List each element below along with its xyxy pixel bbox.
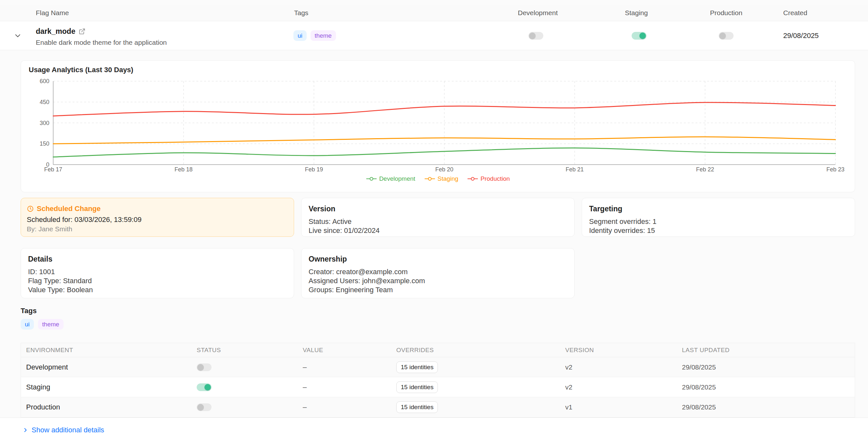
show-additional-details-label: Show additional details: [32, 426, 104, 434]
scheduled-change-header: Scheduled Change: [27, 205, 101, 213]
env-name: Staging: [26, 383, 50, 392]
version-card-title: Version: [309, 205, 567, 213]
legend-label: Development: [379, 175, 415, 182]
env-col-value: VALUE: [303, 347, 323, 354]
flag-row-dark-mode[interactable]: dark_mode Enable dark mode theme for the…: [0, 21, 868, 50]
scheduled-by-text: By: Jane Smith: [27, 225, 72, 233]
identity-overrides: Identity overrides: 15: [589, 226, 848, 235]
overrides-badge[interactable]: 15 identities: [396, 381, 438, 393]
overrides-badge[interactable]: 15 identities: [396, 401, 438, 413]
flag-table-header: Flag Name Tags Development Staging Produ…: [0, 4, 868, 21]
ownership-card: Ownership Creator: creator@example.com A…: [301, 248, 575, 298]
col-header-development: Development: [518, 9, 558, 17]
targeting-card: Targeting Segment overrides: 1 Identity …: [582, 198, 855, 237]
y-tick-label: 450: [40, 99, 49, 105]
creator: Creator: creator@example.com: [309, 267, 567, 276]
col-header-flag-name: Flag Name: [36, 9, 69, 17]
usage-chart: 0150300450600Feb 17Feb 18Feb 19Feb 20Feb…: [26, 79, 848, 175]
chart-title: Usage Analytics (Last 30 Days): [29, 66, 133, 74]
col-header-production: Production: [710, 9, 742, 17]
assigned-users: Assigned Users: john@example.com: [309, 276, 567, 285]
x-tick-label: Feb 23: [827, 166, 844, 173]
environments-table-header: ENVIRONMENT STATUS VALUE OVERRIDES VERSI…: [21, 343, 855, 357]
tag-ui: ui: [293, 30, 307, 41]
x-tick-label: Feb 20: [435, 166, 453, 173]
legend-item-production[interactable]: Production: [467, 175, 510, 182]
x-tick-label: Feb 21: [565, 166, 584, 173]
env-value: –: [303, 403, 307, 411]
tag-ui: ui: [21, 319, 34, 330]
tag-theme: theme: [38, 319, 64, 330]
version-status: Status: Active: [309, 217, 567, 226]
toggle-thumb: [529, 33, 535, 39]
legend-marker-icon: [467, 176, 478, 181]
show-additional-details-link[interactable]: Show additional details: [22, 426, 104, 434]
tag-theme: theme: [311, 30, 336, 41]
usage-chart-svg: 0150300450600Feb 17Feb 18Feb 19Feb 20Feb…: [26, 79, 848, 175]
targeting-card-title: Targeting: [589, 205, 848, 213]
env-last-updated: 29/08/2025: [682, 383, 716, 391]
col-header-staging: Staging: [625, 9, 648, 17]
legend-marker-icon: [424, 176, 435, 181]
col-header-tags: Tags: [294, 9, 308, 17]
external-link-icon[interactable]: [79, 28, 86, 35]
scheduled-change-card: Scheduled Change Scheduled for: 03/03/20…: [21, 198, 294, 237]
tags-section-pills: ui theme: [21, 319, 64, 330]
overrides-badge[interactable]: 15 identities: [396, 362, 438, 373]
env-last-updated: 29/08/2025: [682, 363, 716, 371]
env-version: v1: [565, 403, 572, 411]
scheduled-change-title: Scheduled Change: [37, 205, 101, 213]
y-tick-label: 300: [40, 120, 49, 126]
scheduled-for-text: Scheduled for: 03/03/2026, 13:59:09: [27, 215, 142, 224]
legend-marker-icon: [366, 176, 377, 181]
details-card: Details ID: 1001 Flag Type: Standard Val…: [21, 248, 294, 298]
env-row-development: Development – 15 identities v2 29/08/202…: [21, 357, 855, 377]
toggle-development[interactable]: [528, 32, 543, 40]
env-toggle-development[interactable]: [197, 363, 212, 371]
legend-item-staging[interactable]: Staging: [424, 175, 458, 182]
env-toggle-production[interactable]: [197, 403, 212, 411]
version-live-since: Live since: 01/02/2024: [309, 226, 567, 235]
env-name: Production: [26, 403, 60, 411]
y-tick-label: 600: [40, 79, 49, 84]
flag-description: Enable dark mode theme for the applicati…: [36, 39, 167, 46]
chevron-right-icon: [22, 427, 29, 433]
groups: Groups: Engineering Team: [309, 285, 567, 295]
flag-row-tags: ui theme: [293, 30, 336, 41]
env-name: Development: [26, 363, 68, 371]
toggle-thumb: [197, 404, 204, 410]
y-tick-label: 150: [40, 140, 49, 147]
environments-table: ENVIRONMENT STATUS VALUE OVERRIDES VERSI…: [21, 343, 855, 417]
clock-icon: [27, 205, 34, 212]
env-toggle-staging[interactable]: [197, 383, 212, 391]
toggle-thumb: [719, 33, 726, 39]
tags-section-title: Tags: [21, 307, 37, 315]
collapse-chevron-icon[interactable]: [13, 32, 22, 40]
flag-id: ID: 1001: [28, 267, 287, 276]
ownership-card-title: Ownership: [309, 255, 567, 264]
legend-item-development[interactable]: Development: [366, 175, 415, 182]
chart-legend: DevelopmentStagingProduction: [21, 175, 855, 182]
flag-name[interactable]: dark_mode: [36, 27, 75, 36]
env-row-production: Production – 15 identities v1 29/08/2025: [21, 397, 855, 417]
created-date: 29/08/2025: [783, 32, 819, 40]
segment-overrides: Segment overrides: 1: [589, 217, 848, 226]
legend-label: Production: [480, 175, 510, 182]
env-value: –: [303, 383, 307, 392]
env-col-last-updated: LAST UPDATED: [682, 347, 730, 354]
toggle-thumb: [205, 384, 211, 390]
toggle-thumb: [197, 364, 204, 371]
x-tick-label: Feb 17: [44, 166, 62, 173]
env-value: –: [303, 363, 307, 371]
env-last-updated: 29/08/2025: [682, 403, 716, 411]
x-tick-label: Feb 22: [696, 166, 714, 173]
env-col-environment: ENVIRONMENT: [26, 347, 73, 354]
toggle-staging[interactable]: [632, 32, 647, 40]
flag-type: Flag Type: Standard: [28, 276, 287, 285]
legend-label: Staging: [438, 175, 458, 182]
toggle-production[interactable]: [719, 32, 734, 40]
feature-flag-page: Flag Name Tags Development Staging Produ…: [0, 0, 868, 442]
env-col-overrides: OVERRIDES: [396, 347, 434, 354]
env-col-version: VERSION: [565, 347, 594, 354]
x-tick-label: Feb 18: [175, 166, 192, 173]
